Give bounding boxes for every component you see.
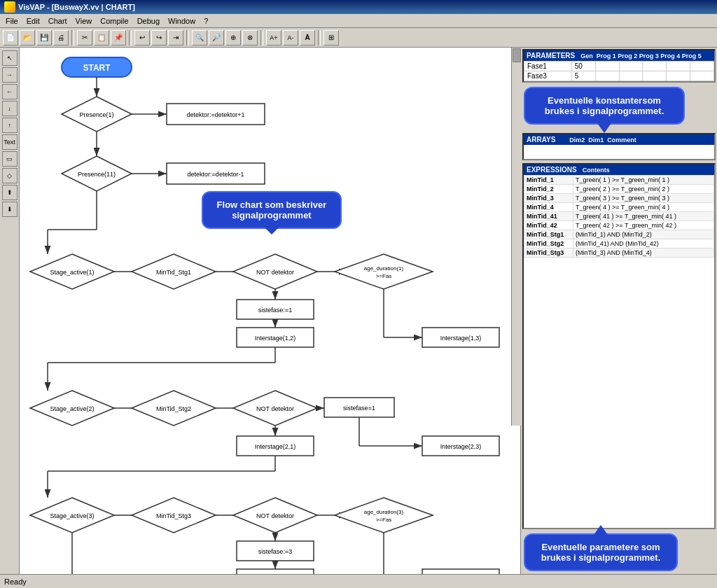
save-button[interactable]: 💾 xyxy=(36,30,52,46)
arrow-right-tool[interactable]: → xyxy=(2,67,18,83)
toolbar: 📄 📂 💾 🖨 ✂ 📋 📌 ↩ ↪ ⇥ 🔍 🔎 ⊕ ⊗ A+ A- A ⊞ xyxy=(0,28,717,48)
paste-button[interactable]: 📌 xyxy=(111,30,126,46)
svg-rect-82 xyxy=(422,569,499,574)
grid-button[interactable]: ⊞ xyxy=(323,30,339,46)
expr-name: MinTid_Stg3 xyxy=(524,248,573,258)
expr-name: MinTid_41 xyxy=(524,212,573,221)
expr-content: T_green( 3 ) >= T_green_min( 3 ) xyxy=(573,194,714,203)
arrays-empty xyxy=(524,145,714,159)
svg-text:Stage_active(1): Stage_active(1) xyxy=(50,269,94,276)
arrow-up-tool[interactable]: ↑ xyxy=(2,118,18,133)
arrow-left-tool[interactable]: ← xyxy=(2,84,18,99)
expr-name: MinTid_1 xyxy=(524,176,573,185)
print-button[interactable]: 🖨 xyxy=(53,30,69,46)
svg-text:sistefase:=3: sistefase:=3 xyxy=(258,548,292,555)
svg-text:Stage_active(3): Stage_active(3) xyxy=(50,512,94,519)
svg-text:>=Fas: >=Fas xyxy=(376,273,392,279)
parameters-section: PARAMETERS Gen Prog 1 Prog 2 Prog 3 Prog… xyxy=(522,49,716,83)
open-button[interactable]: 📂 xyxy=(20,30,35,46)
redo-button[interactable]: ↪ xyxy=(151,30,167,46)
cut-button[interactable]: ✂ xyxy=(77,30,92,46)
expr-name: MinTid_4 xyxy=(524,203,573,212)
expr-row: MinTid_1T_green( 1 ) >= T_green_min( 1 ) xyxy=(524,176,714,185)
redo2-button[interactable]: ⇥ xyxy=(168,30,183,46)
new-button[interactable]: 📄 xyxy=(3,30,18,46)
svg-text:>=Fas: >=Fas xyxy=(376,517,392,523)
bubble-expressions: Eventuelle parametere som brukes i signa… xyxy=(524,533,678,571)
param-row-fase1: Fase1 50 xyxy=(524,62,714,71)
font-larger-button[interactable]: A+ xyxy=(266,30,281,46)
svg-text:MinTid_Stg1: MinTid_Stg1 xyxy=(156,269,191,276)
menu-compile[interactable]: Compile xyxy=(96,15,132,27)
param-name-fase1: Fase1 xyxy=(524,62,572,71)
expr-row: MinTid_4T_green( 4 ) >= T_green_min( 4 ) xyxy=(524,203,714,212)
menu-view[interactable]: View xyxy=(71,15,97,27)
svg-text:detektor:=detektor-1: detektor:=detektor-1 xyxy=(188,171,244,178)
expr-content: T_green( 41 ) >= T_green_min( 41 ) xyxy=(573,212,714,221)
font-smaller-button[interactable]: A- xyxy=(283,30,298,46)
select-tool[interactable]: ↖ xyxy=(2,50,18,66)
param-gen-fase3: 5 xyxy=(571,71,595,81)
undo-button[interactable]: ↩ xyxy=(134,30,150,46)
svg-text:NOT detektor: NOT detektor xyxy=(256,512,294,519)
font-bold-button[interactable]: A xyxy=(300,30,315,46)
copy-button[interactable]: 📋 xyxy=(94,30,109,46)
svg-text:sistefase:=1: sistefase:=1 xyxy=(258,307,292,314)
sep4 xyxy=(260,30,263,46)
svg-text:Presence(1): Presence(1) xyxy=(79,111,113,118)
expr-content: T_green( 2 ) >= T_green_min( 2 ) xyxy=(573,185,714,194)
menu-bar: File Edit Chart View Compile Debug Windo… xyxy=(0,14,717,28)
svg-text:Interstage(2,3): Interstage(2,3) xyxy=(440,443,482,450)
zoom-fit-button[interactable]: ⊕ xyxy=(225,30,241,46)
expressions-header: EXPRESSIONS Contents xyxy=(524,164,714,175)
expr-row: MinTid_41T_green( 41 ) >= T_green_min( 4… xyxy=(524,212,714,221)
svg-text:detektor:=detektor+1: detektor:=detektor+1 xyxy=(186,111,244,118)
move-down-tool[interactable]: ⬇ xyxy=(2,202,18,217)
text-tool[interactable]: Text xyxy=(2,134,18,150)
bubble-parameters: Eventuelle konstantersom brukes i signal… xyxy=(524,87,685,125)
expr-row: MinTid_Stg2(MinTid_41) AND (MinTid_42) xyxy=(524,239,714,248)
arrow-down-tool[interactable]: ↓ xyxy=(2,101,18,116)
main-layout: ↖ → ← ↓ ↑ Text ▭ ◇ ⬆ ⬇ START Presence(1) xyxy=(0,48,717,574)
expr-name: MinTid_3 xyxy=(524,194,573,203)
menu-window[interactable]: Window xyxy=(164,15,200,27)
status-bar: Ready xyxy=(0,574,717,588)
parameters-table: Fase1 50 Fase3 5 xyxy=(524,61,714,81)
expr-row: MinTid_42T_green( 42 ) >= T_green_min( 4… xyxy=(524,221,714,230)
menu-debug[interactable]: Debug xyxy=(133,15,164,27)
arrays-section: ARRAYS Dim2 Dim1 Comment xyxy=(522,133,716,160)
expr-content: T_green( 42 ) >= T_green_min( 42 ) xyxy=(573,221,714,230)
svg-text:NOT detektor: NOT detektor xyxy=(256,405,294,412)
expr-content: (MinTid_3) AND (MinTid_4) xyxy=(573,248,714,258)
expr-row: MinTid_Stg1(MinTid_1) AND (MinTid_2) xyxy=(524,230,714,239)
param-name-fase3: Fase3 xyxy=(524,71,572,81)
expr-content: (MinTid_41) AND (MinTid_42) xyxy=(573,239,714,248)
svg-text:START: START xyxy=(83,63,111,73)
arrays-header: ARRAYS Dim2 Dim1 Comment xyxy=(524,134,714,145)
title-text: VisVAP - [BuswayX.vv | CHART] xyxy=(18,3,135,11)
diamond-tool[interactable]: ◇ xyxy=(2,168,18,183)
menu-file[interactable]: File xyxy=(1,15,22,27)
menu-edit[interactable]: Edit xyxy=(22,15,44,27)
menu-help[interactable]: ? xyxy=(200,15,212,27)
left-tools: ↖ → ← ↓ ↑ Text ▭ ◇ ⬆ ⬇ xyxy=(0,48,20,574)
zoom-in-button[interactable]: 🔍 xyxy=(192,30,207,46)
svg-text:MinTid_Stg3: MinTid_Stg3 xyxy=(156,512,191,519)
menu-chart[interactable]: Chart xyxy=(44,15,71,27)
svg-text:age_duration(3): age_duration(3) xyxy=(364,509,404,515)
param-row-fase3: Fase3 5 xyxy=(524,71,714,81)
rect-tool[interactable]: ▭ xyxy=(2,151,18,167)
zoom-out-button[interactable]: 🔎 xyxy=(209,30,224,46)
svg-text:MinTid_Stg2: MinTid_Stg2 xyxy=(156,405,191,412)
expr-name: MinTid_Stg2 xyxy=(524,239,573,248)
chart-area[interactable]: START Presence(1) detektor:=detektor+1 P… xyxy=(20,48,521,574)
sep2 xyxy=(129,30,132,46)
svg-text:Stage_active(2): Stage_active(2) xyxy=(50,405,94,412)
svg-marker-73 xyxy=(335,498,433,533)
bubble-flowchart: Flow chart som beskriver signalprogramme… xyxy=(202,191,342,229)
expr-content: T_green( 1 ) >= T_green_min( 1 ) xyxy=(573,176,714,185)
expr-content: (MinTid_1) AND (MinTid_2) xyxy=(573,230,714,239)
zoom-reset-button[interactable]: ⊗ xyxy=(242,30,258,46)
svg-text:sistefase=1: sistefase=1 xyxy=(343,405,375,412)
move-up-tool[interactable]: ⬆ xyxy=(2,185,18,200)
